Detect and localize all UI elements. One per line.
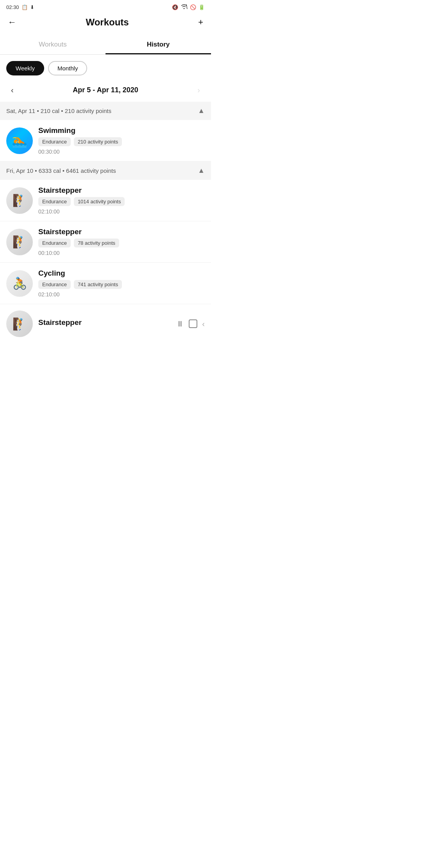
avatar-cycling <box>6 270 33 297</box>
section-fri-chevron-up-icon: ▲ <box>198 167 205 175</box>
next-date-button[interactable]: › <box>194 84 203 96</box>
workout-tags-stairstepper-1: Endurance 1014 activity points <box>38 197 205 206</box>
date-navigator: ‹ Apr 5 - Apr 11, 2020 › <box>0 80 211 102</box>
clipboard-icon: 📋 <box>21 4 28 10</box>
section-fri-apr10[interactable]: Fri, Apr 10 • 6333 cal • 6461 activity p… <box>0 161 211 180</box>
toggle-group: Weekly Monthly <box>0 55 211 80</box>
tag-points-swimming: 210 activity points <box>74 137 122 146</box>
avatar-stairstepper-1 <box>6 187 33 214</box>
workout-duration-cycling: 02:10:00 <box>38 291 205 298</box>
monthly-toggle[interactable]: Monthly <box>48 61 88 75</box>
workout-item-stairstepper-3: Stairstepper ⏸ ‹ <box>0 304 211 343</box>
workout-duration-stair1: 02:10:00 <box>38 208 205 215</box>
svg-line-0 <box>186 4 187 9</box>
battery-icon: 🔋 <box>198 4 205 10</box>
workout-info-stairstepper-2: Stairstepper Endurance 78 activity point… <box>38 228 205 256</box>
workout-name-stairstepper-1: Stairstepper <box>38 186 205 195</box>
page-title: Workouts <box>86 17 129 28</box>
avatar-stairstepper-2 <box>6 229 33 255</box>
add-button[interactable]: + <box>197 16 205 29</box>
section-sat-apr11[interactable]: Sat, Apr 11 • 210 cal • 210 activity poi… <box>0 102 211 120</box>
workout-info-swimming: Swimming Endurance 210 activity points 0… <box>38 126 205 155</box>
workout-duration-stair2: 00:10:00 <box>38 250 205 256</box>
app-bar: ← Workouts + <box>0 13 211 35</box>
tag-points-stair1: 1014 activity points <box>74 197 125 206</box>
workout-name-swimming: Swimming <box>38 126 205 135</box>
back-button[interactable]: ← <box>6 16 18 29</box>
stop-icon[interactable] <box>189 319 197 328</box>
workout-item-cycling: Cycling Endurance 741 activity points 02… <box>0 263 211 304</box>
section-fri-header-text: Fri, Apr 10 • 6333 cal • 6461 activity p… <box>6 167 198 174</box>
tag-endurance-cycling: Endurance <box>38 280 71 289</box>
workout-tags-swimming: Endurance 210 activity points <box>38 137 205 146</box>
mute-icon: 🔇 <box>172 4 178 10</box>
wifi-icon <box>181 4 188 10</box>
tag-points-stair2: 78 activity points <box>74 239 119 247</box>
workout-info-cycling: Cycling Endurance 741 activity points 02… <box>38 269 205 298</box>
section-sat-header-text: Sat, Apr 11 • 210 cal • 210 activity poi… <box>6 108 198 114</box>
prev-date-button[interactable]: ‹ <box>8 84 17 96</box>
tab-history[interactable]: History <box>106 35 211 54</box>
status-bar: 02:30 📋 ⬇ 🔇 🚫 🔋 <box>0 0 211 13</box>
tag-endurance-stair2: Endurance <box>38 239 71 247</box>
no-entry-icon: 🚫 <box>190 4 196 10</box>
workout-info-stairstepper-1: Stairstepper Endurance 1014 activity poi… <box>38 186 205 215</box>
tabs-container: Workouts History <box>0 35 211 55</box>
weekly-toggle[interactable]: Weekly <box>6 61 44 75</box>
tag-points-cycling: 741 activity points <box>74 280 122 289</box>
tab-workouts[interactable]: Workouts <box>0 35 106 54</box>
bottom-controls: ⏸ ‹ <box>176 319 205 328</box>
workout-info-stairstepper-3: Stairstepper <box>38 318 171 329</box>
workout-tags-cycling: Endurance 741 activity points <box>38 280 205 289</box>
workout-name-stairstepper-3: Stairstepper <box>38 318 171 327</box>
back-nav-icon[interactable]: ‹ <box>202 319 205 328</box>
workout-tags-stairstepper-2: Endurance 78 activity points <box>38 239 205 247</box>
workout-item-stairstepper-1: Stairstepper Endurance 1014 activity poi… <box>0 180 211 221</box>
workout-item-stairstepper-2: Stairstepper Endurance 78 activity point… <box>0 221 211 263</box>
workout-name-stairstepper-2: Stairstepper <box>38 228 205 236</box>
avatar-stairstepper-3 <box>6 310 33 337</box>
section-sat-chevron-up-icon: ▲ <box>198 107 205 115</box>
workout-duration-swimming: 00:30:00 <box>38 149 205 155</box>
workout-name-cycling: Cycling <box>38 269 205 278</box>
avatar-swimming <box>6 127 33 154</box>
time-display: 02:30 <box>6 4 19 10</box>
download-icon: ⬇ <box>30 4 34 10</box>
date-range: Apr 5 - Apr 11, 2020 <box>73 86 138 94</box>
tag-endurance-stair1: Endurance <box>38 197 71 206</box>
workout-item-swimming: Swimming Endurance 210 activity points 0… <box>0 120 211 161</box>
pause-icon[interactable]: ⏸ <box>176 319 184 328</box>
tag-endurance-swimming: Endurance <box>38 137 71 146</box>
